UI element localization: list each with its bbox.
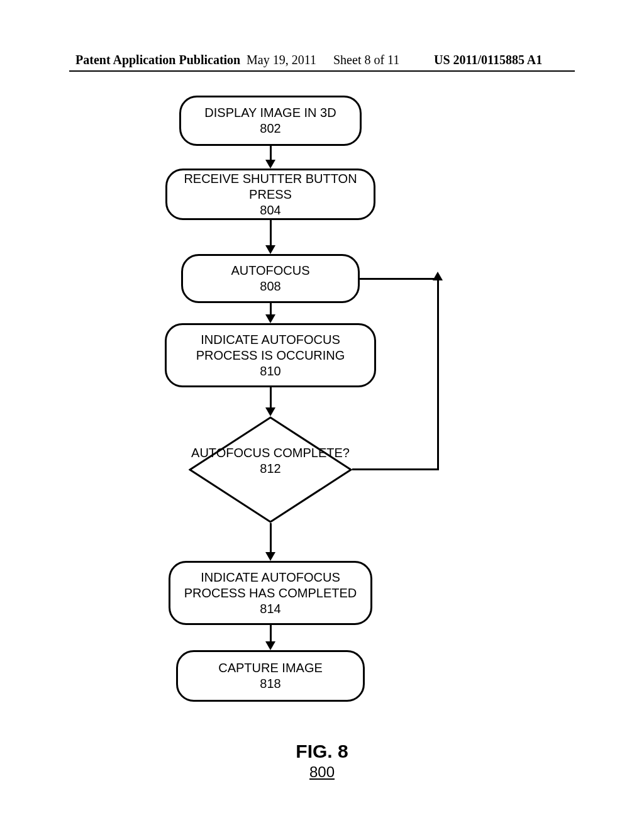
step-label: AUTOFOCUS [231, 263, 309, 279]
header-sheet: Sheet 8 of 11 [333, 53, 399, 67]
arrow-feedback-top [360, 278, 439, 280]
decision-label: AUTOFOCUS COMPLETE? [189, 445, 352, 461]
arrow [270, 625, 272, 643]
arrow-head-icon [265, 641, 275, 650]
step-label: RECEIVE SHUTTER BUTTON PRESS [172, 171, 369, 202]
step-number: 808 [260, 279, 280, 294]
arrow-head-icon [265, 314, 275, 323]
step-label: DISPLAY IMAGE IN 3D [204, 105, 336, 121]
page-header: Patent Application Publication May 19, 2… [0, 53, 644, 72]
header-doc-number: US 2011/0115885 A1 [434, 53, 542, 67]
header-date: May 19, 2011 [247, 53, 316, 67]
step-receive-shutter: RECEIVE SHUTTER BUTTON PRESS 804 [165, 169, 375, 220]
step-indicate-af-occurring: INDICATE AUTOFOCUS PROCESS IS OCCURING 8… [165, 323, 376, 387]
arrow [270, 220, 272, 246]
step-autofocus: AUTOFOCUS 808 [181, 254, 360, 303]
arrow [270, 387, 272, 409]
flowchart: DISPLAY IMAGE IN 3D 802 RECEIVE SHUTTER … [0, 91, 644, 719]
header-rule [69, 70, 575, 72]
step-number: 818 [260, 676, 280, 692]
step-number: 802 [260, 121, 280, 136]
step-label: CAPTURE IMAGE [218, 660, 323, 676]
step-label: INDICATE AUTOFOCUS PROCESS HAS COMPLETED [175, 570, 365, 601]
figure-caption: FIG. 8 800 [0, 741, 644, 781]
header-publication-type: Patent Application Publication [75, 53, 240, 67]
step-display-image-3d: DISPLAY IMAGE IN 3D 802 [179, 96, 362, 146]
arrow-feedback-horizontal [352, 468, 439, 470]
step-label: INDICATE AUTOFOCUS PROCESS IS OCCURING [172, 332, 369, 363]
arrow [270, 303, 272, 316]
arrow [270, 523, 272, 553]
arrow [270, 146, 272, 161]
arrow-head-icon [265, 245, 275, 254]
step-indicate-af-complete: INDICATE AUTOFOCUS PROCESS HAS COMPLETED… [169, 561, 372, 625]
arrow-head-icon [265, 160, 275, 169]
step-capture-image: CAPTURE IMAGE 818 [176, 650, 365, 702]
arrow-feedback-vertical [437, 279, 439, 470]
step-number: 810 [260, 363, 280, 379]
figure-label: FIG. 8 [0, 741, 644, 762]
arrow-head-icon [265, 407, 275, 416]
figure-number: 800 [0, 763, 644, 781]
arrow-head-icon [433, 272, 443, 280]
step-number: 814 [260, 601, 280, 617]
step-number: 804 [260, 202, 280, 218]
decision-autofocus-complete: AUTOFOCUS COMPLETE? 812 [189, 416, 352, 523]
arrow-head-icon [265, 552, 275, 561]
decision-number: 812 [189, 461, 352, 477]
